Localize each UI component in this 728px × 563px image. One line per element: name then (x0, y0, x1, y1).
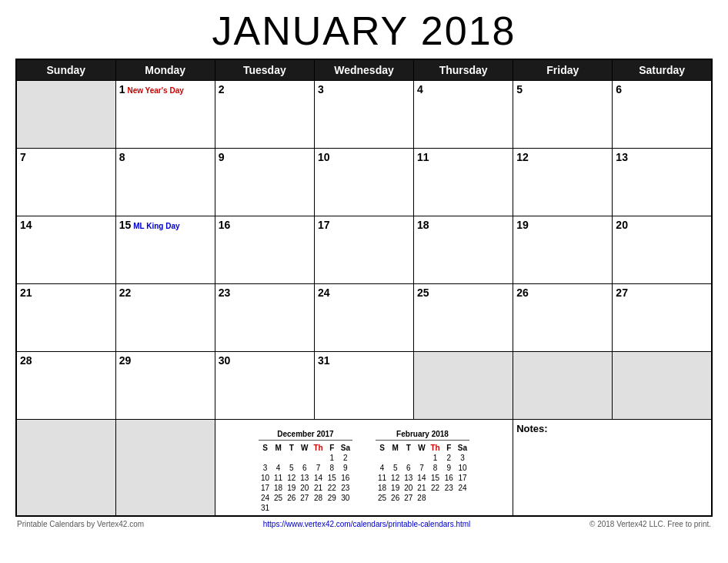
mini-cal-day (298, 453, 311, 463)
mini-cal-day: 15 (326, 473, 339, 483)
day-cell: 17 (314, 216, 413, 284)
day-number: 11 (417, 151, 429, 163)
header-cell-wednesday: Wednesday (314, 59, 413, 81)
mini-cal-day: 1 (326, 453, 339, 463)
mini-cal-day: 7 (311, 463, 325, 473)
day-number: 20 (616, 219, 628, 231)
day-number: 23 (219, 287, 231, 299)
header-cell-sunday: Sunday (16, 59, 115, 81)
day-cell: 19 (513, 216, 613, 284)
day-cell: 12 (513, 149, 613, 216)
mini-cal-day (376, 453, 389, 463)
header-cell-monday: Monday (115, 59, 215, 81)
week-row-3: 1415ML King Day1617181920 (16, 216, 712, 284)
day-number: 30 (219, 354, 231, 367)
mini-cal-day: 19 (285, 483, 298, 493)
mini-cal-day: 21 (415, 483, 428, 493)
bottom-inactive-cell (16, 420, 115, 517)
bottom-inactive-cell (115, 420, 215, 517)
mini-cal-day: 1 (428, 453, 442, 463)
calendar-title: JANUARY 2018 (15, 8, 713, 54)
mini-cal-day: 29 (326, 493, 339, 503)
mini-cal-day: 5 (389, 463, 402, 473)
mini-cal-day: 9 (442, 463, 456, 473)
day-cell: 21 (16, 284, 115, 352)
mini-cal-day (428, 493, 442, 503)
notes-cell: Notes: (513, 420, 712, 517)
day-cell: 22 (115, 284, 215, 352)
day-cell: 15ML King Day (115, 216, 215, 284)
footer-right: © 2018 Vertex42 LLC. Free to print. (589, 520, 711, 528)
day-cell: 18 (414, 216, 513, 284)
mini-cal-header: S (259, 443, 272, 453)
day-number: 19 (516, 219, 529, 231)
mini-cal-day (415, 453, 428, 463)
mini-cal-header: Sa (456, 443, 469, 453)
mini-cal-day: 7 (415, 463, 428, 473)
mini-cal-day: 2 (442, 453, 456, 463)
day-cell: 9 (215, 149, 314, 216)
mini-cal-day: 23 (339, 483, 352, 493)
mini-cal-day (259, 453, 272, 463)
day-cell: 7 (16, 149, 115, 216)
mini-cal-day: 13 (402, 473, 415, 483)
mini-cal-header: F (326, 443, 339, 453)
mini-cal-header: F (442, 443, 456, 453)
mini-cal-day: 6 (402, 463, 415, 473)
day-number: 8 (119, 151, 125, 163)
mini-cal-day (285, 453, 298, 463)
day-cell: 10 (314, 149, 413, 216)
mini-cal-day: 11 (272, 473, 285, 483)
mini-cal-day: 14 (311, 473, 325, 483)
day-number: 31 (318, 354, 330, 367)
mini-cal-header: Th (428, 443, 442, 453)
day-number: 13 (616, 151, 628, 163)
notes-label: Notes: (516, 423, 547, 434)
day-number: 3 (318, 83, 324, 96)
mini-cal-day: 25 (376, 493, 389, 503)
mini-cal-day: 2 (339, 453, 352, 463)
day-cell (414, 352, 513, 420)
mini-calendars-cell: December 2017SMTWThFSa123456789101112131… (215, 420, 513, 517)
day-number: 7 (20, 151, 26, 163)
week-row-4: 21222324252627 (16, 284, 712, 352)
day-number: 27 (616, 287, 628, 299)
day-number: 6 (616, 83, 622, 96)
day-number: 29 (119, 354, 132, 367)
day-cell: 3 (314, 81, 413, 149)
mini-cal-day (339, 503, 352, 513)
footer-center-link[interactable]: https://www.vertex42.com/calendars/print… (263, 520, 471, 528)
mini-cal-day: 19 (389, 483, 402, 493)
mini-cal-day: 23 (442, 483, 456, 493)
day-number: 25 (417, 287, 429, 299)
mini-cal-day (326, 503, 339, 513)
mini-cal-day: 3 (259, 463, 272, 473)
day-number: 1 (119, 83, 125, 96)
mini-cal-day: 8 (428, 463, 442, 473)
mini-cal-day: 11 (376, 473, 389, 483)
footer-left: Printable Calendars by Vertex42.com (17, 520, 144, 528)
day-number: 22 (119, 287, 132, 299)
mini-cal-day: 12 (389, 473, 402, 483)
day-cell: 8 (115, 149, 215, 216)
mini-cal-header: Th (311, 443, 325, 453)
mini-cal-day (389, 453, 402, 463)
mini-cal-day (311, 453, 325, 463)
day-cell (16, 81, 115, 149)
day-cell: 30 (215, 352, 314, 420)
header-cell-thursday: Thursday (414, 59, 513, 81)
day-cell (513, 352, 613, 420)
holiday-label: New Year's Day (127, 86, 183, 95)
day-cell (613, 352, 712, 420)
day-cell: 13 (613, 149, 712, 216)
mini-cal-day: 3 (456, 453, 469, 463)
mini-cal-header: T (285, 443, 298, 453)
week-row-1: 1New Year's Day23456 (16, 81, 712, 149)
footer: Printable Calendars by Vertex42.com http… (15, 520, 713, 528)
mini-cal-day: 26 (389, 493, 402, 503)
mini-calendar: December 2017SMTWThFSa123456789101112131… (259, 430, 352, 513)
day-number: 4 (417, 83, 423, 96)
mini-cal-day: 4 (376, 463, 389, 473)
mini-cal-day: 20 (402, 483, 415, 493)
day-number: 14 (20, 219, 32, 231)
